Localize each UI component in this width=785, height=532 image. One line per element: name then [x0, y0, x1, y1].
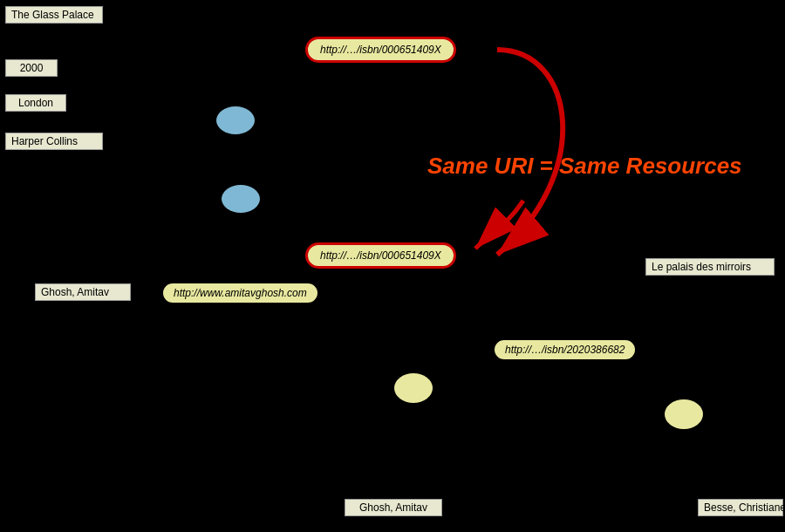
ghosh-amitav-left-label: Ghosh, Amitav	[35, 283, 131, 301]
london-label: London	[5, 94, 66, 112]
glass-palace-label: The Glass Palace	[5, 6, 103, 24]
blue-dot-1	[216, 106, 255, 134]
yellow-dot-2	[665, 399, 703, 429]
ghosh-amitav-bottom-label: Ghosh, Amitav	[345, 499, 442, 516]
yellow-dot-1	[394, 373, 433, 403]
uri-top-circled: http://…/isbn/000651409X	[305, 37, 456, 63]
uri-bottom-label: http://…/isbn/2020386682	[493, 338, 637, 361]
blue-dot-2	[222, 185, 260, 213]
uri-middle-circled: http://…/isbn/000651409X	[305, 242, 456, 269]
year-label: 2000	[5, 59, 58, 77]
harper-collins-label: Harper Collins	[5, 133, 103, 150]
le-palais-label: Le palais des mirroirs	[645, 258, 775, 276]
arrow-annotation-to-middle	[475, 201, 523, 249]
same-uri-annotation: Same URI = Same Resources	[427, 153, 742, 180]
besse-christiane-label: Besse, Christiane	[698, 499, 783, 516]
amitavghosh-url-label: http://www.amitavghosh.com	[161, 282, 319, 304]
